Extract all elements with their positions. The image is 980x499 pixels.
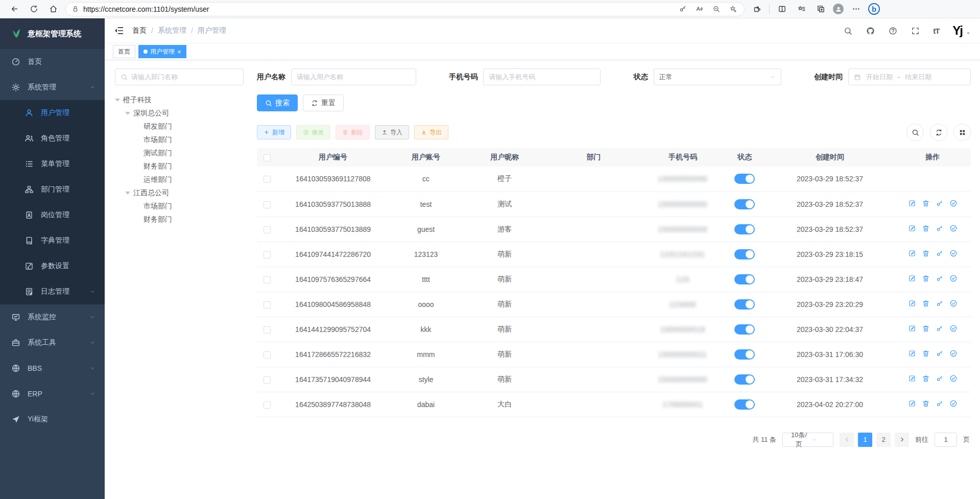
row-reset-password-button[interactable] [936, 349, 944, 358]
status-toggle[interactable] [734, 274, 755, 284]
row-reset-password-button[interactable] [936, 274, 944, 282]
tree-node[interactable]: 江西总公司 [115, 186, 244, 200]
sidebar-item-dict-mgmt[interactable]: 字典管理 [0, 228, 105, 253]
dept-search-field[interactable] [131, 73, 238, 81]
status-toggle[interactable] [734, 349, 755, 360]
breadcrumb-item[interactable]: 用户管理 [198, 26, 226, 35]
sidebar-item-log-mgmt[interactable]: 日志管理 [0, 279, 105, 304]
row-delete-button[interactable] [922, 349, 930, 358]
row-delete-button[interactable] [922, 399, 930, 408]
tag-close-icon[interactable]: × [177, 49, 181, 55]
sidebar-item-erp[interactable]: ERP [0, 381, 105, 407]
split-screen-icon[interactable] [775, 2, 789, 16]
status-toggle[interactable] [734, 374, 755, 385]
sidebar-item-dept-mgmt[interactable]: 部门管理 [0, 177, 105, 202]
next-page-button[interactable] [895, 433, 909, 447]
tree-node[interactable]: 市场部门 [115, 133, 244, 147]
zoom-out-icon[interactable] [710, 3, 722, 15]
refresh-table-button[interactable] [930, 124, 947, 141]
row-edit-button[interactable] [908, 274, 916, 282]
row-checkbox[interactable] [264, 326, 271, 334]
row-edit-button[interactable] [908, 299, 916, 307]
browser-refresh-icon[interactable] [27, 2, 41, 16]
tree-node[interactable]: 深圳总公司 [115, 107, 244, 120]
username-field[interactable] [297, 73, 411, 81]
user-menu[interactable]: Yj [952, 25, 971, 37]
sidebar-item-post-mgmt[interactable]: 岗位管理 [0, 202, 105, 228]
row-reset-password-button[interactable] [936, 199, 944, 207]
breadcrumb-item[interactable]: 首页 [132, 26, 147, 35]
page-button-1[interactable]: 1 [858, 433, 872, 447]
row-assign-role-button[interactable] [949, 374, 958, 383]
app-logo[interactable]: 意框架管理系统 [0, 18, 105, 49]
row-edit-button[interactable] [908, 249, 916, 257]
prev-page-button[interactable] [840, 433, 854, 447]
sidebar-item-system-tools[interactable]: 系统工具 [0, 330, 105, 355]
import-button[interactable]: 导入 [375, 125, 409, 139]
sidebar-item-param-settings[interactable]: 参数设置 [0, 253, 105, 279]
status-toggle[interactable] [734, 249, 755, 259]
add-user-button[interactable]: 新增 [257, 125, 291, 139]
row-delete-button[interactable] [922, 324, 930, 332]
status-toggle[interactable] [734, 399, 755, 410]
row-delete-button[interactable] [922, 199, 930, 207]
row-reset-password-button[interactable] [936, 324, 944, 332]
tree-expand-icon[interactable] [115, 99, 120, 102]
row-checkbox[interactable] [264, 276, 271, 283]
column-settings-button[interactable] [953, 124, 971, 141]
row-assign-role-button[interactable] [949, 224, 958, 232]
more-menu-icon[interactable] [849, 2, 863, 16]
row-assign-role-button[interactable] [949, 199, 958, 207]
row-assign-role-button[interactable] [949, 349, 958, 358]
extensions-icon[interactable] [750, 2, 764, 16]
sidebar-item-menu-mgmt[interactable]: 菜单管理 [0, 151, 105, 177]
row-assign-role-button[interactable] [949, 299, 958, 307]
tree-node[interactable]: 运维部门 [115, 173, 244, 186]
browser-back-icon[interactable] [7, 2, 21, 16]
row-checkbox[interactable] [264, 201, 271, 208]
row-checkbox[interactable] [264, 376, 271, 384]
row-delete-button[interactable] [922, 374, 930, 383]
status-toggle[interactable] [734, 199, 755, 209]
search-button[interactable]: 搜索 [257, 94, 298, 111]
status-toggle[interactable] [734, 174, 755, 184]
browser-profile-avatar[interactable] [833, 4, 844, 14]
page-size-select[interactable]: 10条/页 [782, 433, 833, 447]
header-search-icon[interactable] [843, 26, 852, 35]
dept-search-input[interactable] [115, 68, 244, 85]
sidebar-item-bbs[interactable]: BBS [0, 355, 105, 381]
username-input[interactable] [291, 68, 416, 85]
github-icon[interactable] [866, 26, 875, 35]
delete-user-button[interactable]: 删除 [336, 125, 370, 139]
address-bar[interactable]: https://ccnetcore.com:1101/system/user [65, 2, 745, 16]
row-assign-role-button[interactable] [949, 399, 958, 408]
phone-input[interactable] [483, 68, 601, 85]
reset-button[interactable]: 重置 [303, 94, 344, 111]
row-edit-button[interactable] [908, 324, 916, 332]
tree-expand-icon[interactable] [125, 192, 130, 195]
row-edit-button[interactable] [908, 374, 916, 383]
tree-node[interactable]: 财务部门 [115, 160, 244, 173]
page-button-2[interactable]: 2 [876, 433, 891, 447]
row-assign-role-button[interactable] [949, 249, 958, 257]
sidebar-item-user-mgmt[interactable]: 用户管理 [0, 100, 105, 126]
copilot-icon[interactable]: b [868, 3, 880, 15]
tree-node[interactable]: 财务部门 [115, 213, 244, 226]
goto-page-input[interactable] [935, 433, 957, 447]
row-reset-password-button[interactable] [936, 249, 944, 257]
sidebar-item-yi-framework[interactable]: Yi框架 [0, 407, 105, 432]
tree-node[interactable]: 市场部门 [115, 200, 244, 213]
row-delete-button[interactable] [922, 224, 930, 232]
row-checkbox[interactable] [264, 351, 271, 359]
row-assign-role-button[interactable] [949, 324, 958, 332]
tree-node[interactable]: 研发部门 [115, 120, 244, 133]
row-checkbox[interactable] [264, 251, 271, 258]
help-icon[interactable] [888, 26, 897, 35]
row-reset-password-button[interactable] [936, 299, 944, 307]
row-delete-button[interactable] [922, 299, 930, 307]
show-search-button[interactable] [906, 124, 924, 141]
row-edit-button[interactable] [908, 199, 916, 207]
status-select[interactable]: 正常 [654, 68, 781, 85]
row-checkbox[interactable] [264, 176, 271, 183]
favorite-add-icon[interactable] [727, 3, 739, 15]
